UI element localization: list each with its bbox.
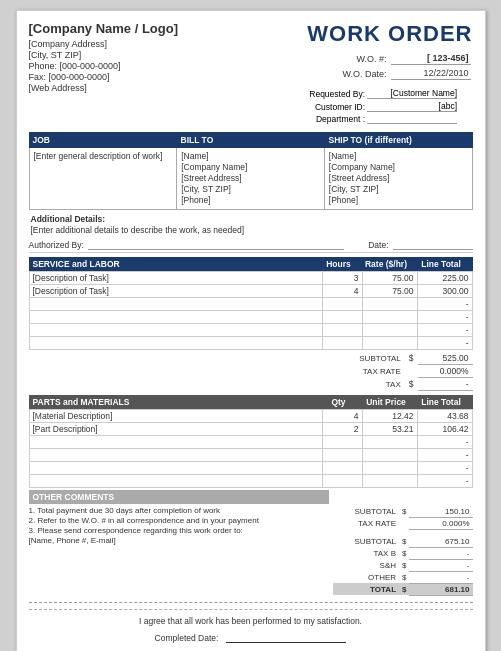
shipto-col: [Name] [Company Name] [Street Address] [… (325, 148, 472, 209)
service-row: - (29, 298, 472, 311)
service-subtotal-section: SUBTOTAL $ 525.00 TAX RATE 0.000% TAX $ … (29, 352, 473, 391)
parts-row: [Part Description] 2 53.21 106.42 (29, 423, 472, 436)
parts-row: - (29, 436, 472, 449)
parts-taxrate-value: 0.000% (409, 518, 472, 530)
parts-row: - (29, 449, 472, 462)
additional-text: [Enter additional details to describe th… (31, 225, 471, 235)
billto-name: [Name] (181, 151, 320, 161)
authorized-date-label: Date: (368, 240, 388, 250)
service-hours-col: Hours (319, 259, 359, 269)
parts-row: - (29, 462, 472, 475)
wo-date-label: W.O. Date: (340, 67, 388, 80)
parts-row: - (29, 475, 472, 488)
parts-taxrate-label: TAX RATE (333, 518, 400, 530)
parts-table: [Material Description] 4 12.42 43.68 [Pa… (29, 409, 473, 488)
parts-row: [Material Description] 4 12.42 43.68 (29, 410, 472, 423)
parts-qty-col: Qty (319, 397, 359, 407)
company-phone: Phone: [000-000-0000] (29, 61, 179, 71)
page-title: WORK ORDER (307, 21, 472, 47)
agree-text: I agree that all work has been performed… (29, 616, 473, 626)
service-subtotal-value: 525.00 (418, 352, 473, 365)
shipto-section-header: SHIP TO (if different) (325, 134, 473, 146)
service-rate-col: Rate ($/hr) (359, 259, 414, 269)
company-city: [City, ST ZIP] (29, 50, 179, 60)
customer-id-value: [abc] (367, 101, 457, 112)
totals-taxb-value: - (409, 547, 472, 559)
dept-value (367, 114, 457, 124)
shipto-name: [Name] (329, 151, 468, 161)
shipto-city: [City, ST ZIP] (329, 184, 468, 194)
comments-section: 1. Total payment due 30 days after compl… (29, 506, 329, 545)
service-tax-value: - (418, 378, 473, 391)
parts-header: PARTS and MATERIALS (33, 397, 319, 407)
job-section-header: JOB (29, 134, 177, 146)
comment-line: 3. Please send correspondence regarding … (29, 526, 329, 535)
service-header: SERVICE and LABOR (33, 259, 319, 269)
comment-line: 2. Refer to the W.O. # in all correspond… (29, 516, 329, 525)
comment-line: 1. Total payment due 30 days after compl… (29, 506, 329, 515)
billto-company: [Company Name] (181, 162, 320, 172)
totals-snh-label: S&H (333, 559, 400, 571)
shipto-street: [Street Address] (329, 173, 468, 183)
shipto-phone: [Phone] (329, 195, 468, 205)
company-fax: Fax: [000-000-0000] (29, 72, 179, 82)
shipto-company: [Company Name] (329, 162, 468, 172)
service-row: - (29, 324, 472, 337)
totals-other-value: - (409, 571, 472, 583)
service-tax-label: TAX (355, 378, 405, 391)
comments-header: OTHER COMMENTS (29, 490, 329, 504)
totals-total-label: TOTAL (333, 583, 400, 595)
comment-line: [Name, Phone #, E-mail] (29, 536, 329, 545)
billto-section-header: BILL TO (177, 134, 325, 146)
parts-subtotal-value: 150.10 (409, 506, 472, 518)
additional-label: Additional Details: (31, 214, 106, 224)
wo-number-value: [ 123-456] (391, 52, 471, 65)
service-taxrate-label: TAX RATE (355, 365, 405, 378)
totals-taxb-label: TAX B (333, 547, 400, 559)
company-web: [Web Address] (29, 83, 179, 93)
totals-subtotal-value: 675.10 (409, 536, 472, 548)
totals-other-label: OTHER (333, 571, 400, 583)
service-table: [Description of Task] 3 75.00 225.00 [De… (29, 271, 473, 350)
job-description-text: [Enter general description of work] (34, 151, 173, 161)
customer-id-label: Customer ID: (309, 101, 365, 112)
billto-street: [Street Address] (181, 173, 320, 183)
dept-label: Department : (309, 114, 365, 124)
billto-phone: [Phone] (181, 195, 320, 205)
job-description-col: [Enter general description of work] (30, 148, 178, 209)
service-row: - (29, 311, 472, 324)
authorized-label: Authorized By: (29, 240, 84, 250)
service-row: [Description of Task] 3 75.00 225.00 (29, 272, 472, 285)
totals-subtotal-label: SUBTOTAL (333, 536, 400, 548)
totals-table: SUBTOTAL $ 150.10 TAX RATE 0.000% SUBTOT… (333, 506, 473, 596)
service-taxrate-value: 0.000% (418, 365, 473, 378)
parts-subtotal-label: SUBTOTAL (333, 506, 400, 518)
company-name: [Company Name / Logo] (29, 21, 179, 36)
parts-linetotal-col: Line Total (414, 397, 469, 407)
billto-col: [Name] [Company Name] [Street Address] [… (177, 148, 325, 209)
wo-number-label: W.O. #: (340, 52, 388, 65)
service-row: - (29, 337, 472, 350)
company-address: [Company Address] (29, 39, 179, 49)
totals-snh-value: - (409, 559, 472, 571)
completed-date-label: Completed Date: (155, 633, 219, 643)
service-subtotal-label: SUBTOTAL (355, 352, 405, 365)
service-tax-dollar: $ (405, 378, 418, 391)
requested-by-label: Requested By: (309, 88, 365, 99)
parts-price-col: Unit Price (359, 397, 414, 407)
requested-by-value: [Customer Name] (367, 88, 457, 99)
totals-total-value: 681.10 (409, 583, 472, 595)
service-linetotal-col: Line Total (414, 259, 469, 269)
billto-city: [City, ST ZIP] (181, 184, 320, 194)
service-row: [Description of Task] 4 75.00 300.00 (29, 285, 472, 298)
service-subtotal-dollar: $ (405, 352, 418, 365)
wo-date-value: 12/22/2010 (391, 67, 471, 80)
